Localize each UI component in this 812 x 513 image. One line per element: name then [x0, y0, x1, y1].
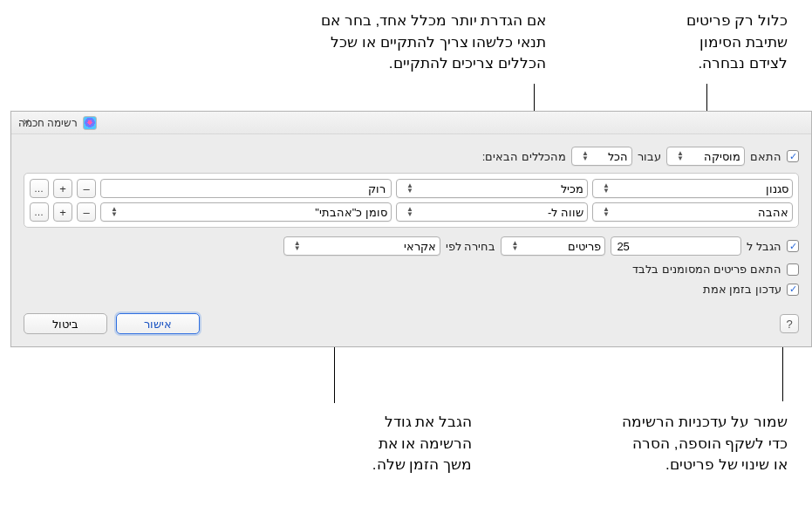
nest-rule-button[interactable]: … — [30, 202, 49, 222]
match-label: התאם — [750, 150, 781, 163]
ok-button[interactable]: אישור — [116, 313, 200, 334]
selected-by-label: בחירה לפי — [446, 240, 496, 253]
rule-operator-value: מכיל — [561, 182, 583, 195]
chevron-updown-icon: ▲▼ — [404, 183, 416, 194]
annotation-top-center: אם הגדרת יותר מכלל אחד, בחר אםתנאי כלשהו… — [232, 10, 546, 75]
nest-rule-button[interactable]: … — [30, 179, 49, 198]
chevron-updown-icon: ▲▼ — [291, 241, 304, 251]
scope-value: הכל — [608, 150, 628, 163]
limit-label: הגבל ל — [747, 240, 781, 253]
chevron-updown-icon: ▲▼ — [108, 207, 120, 217]
limit-row: הגבל ל פריטים ▲▼ בחירה לפי אקראי ▲▼ — [24, 236, 799, 256]
rule-row: סגנון ▲▼ מכיל ▲▼ – + … — [30, 179, 793, 198]
scope-select[interactable]: הכל ▲▼ — [571, 147, 632, 166]
media-type-value: מוסיקה — [704, 150, 740, 163]
rule-operator-select[interactable]: מכיל ▲▼ — [396, 179, 588, 198]
rule-operator-value: שווה ל- — [548, 206, 583, 219]
annotation-bottom-right: שמור על עדכניות הרשימהכדי לשקף הוספה, הס… — [526, 412, 788, 476]
rules-container: סגנון ▲▼ מכיל ▲▼ – + … אהבה ▲▼ ש — [24, 173, 799, 228]
chevron-updown-icon: ▲▼ — [600, 207, 612, 217]
rules-suffix-label: מהכללים הבאים: — [482, 150, 566, 163]
for-label: עבור — [638, 150, 661, 163]
limit-checkbox[interactable] — [787, 240, 799, 252]
live-update-label: עדכון בזמן אמת — [703, 283, 781, 296]
live-update-row: עדכון בזמן אמת — [24, 283, 799, 296]
remove-rule-button[interactable]: – — [77, 179, 96, 198]
cancel-button[interactable]: ביטול — [24, 313, 107, 334]
chevron-updown-icon: ▲▼ — [404, 207, 416, 217]
annotation-bottom-center: הגבל את גודלהרשימה או אתמשך הזמן שלה. — [280, 412, 472, 476]
dialog-footer: ? אישור ביטול — [11, 304, 811, 346]
match-row: התאם מוסיקה ▲▼ עבור הכל ▲▼ מהכללים הבאים… — [24, 147, 799, 166]
add-rule-button[interactable]: + — [53, 179, 72, 198]
chevron-updown-icon: ▲▼ — [600, 183, 612, 194]
app-icon — [83, 116, 97, 130]
help-button[interactable]: ? — [780, 314, 799, 333]
limit-method-select[interactable]: אקראי ▲▼ — [283, 236, 440, 256]
rule-value-input[interactable] — [100, 179, 392, 198]
rule-operator-select[interactable]: שווה ל- ▲▼ — [396, 202, 588, 222]
callout-line — [782, 345, 783, 401]
rule-field-value: סגנון — [766, 182, 788, 195]
checked-only-row: התאם פריטים המסומנים בלבד — [24, 263, 799, 276]
chevron-updown-icon: ▲▼ — [508, 241, 521, 251]
rule-row: אהבה ▲▼ שווה ל- ▲▼ סומן כ"אהבתי" ▲▼ – + … — [30, 202, 793, 222]
checked-only-checkbox[interactable] — [787, 263, 799, 276]
limit-unit-value: פריטים — [568, 240, 601, 253]
rule-field-select[interactable]: אהבה ▲▼ — [592, 202, 793, 222]
rule-field-select[interactable]: סגנון ▲▼ — [592, 179, 793, 198]
rule-value-text: סומן כ"אהבתי" — [315, 206, 387, 219]
add-rule-button[interactable]: + — [53, 202, 72, 222]
smart-playlist-window: רשימה חכמה × התאם מוסיקה ▲▼ עבור הכל ▲▼ … — [10, 111, 812, 347]
chevron-updown-icon: ▲▼ — [674, 151, 686, 161]
rule-value-select[interactable]: סומן כ"אהבתי" ▲▼ — [100, 202, 392, 222]
checked-only-label: התאם פריטים המסומנים בלבד — [632, 263, 781, 276]
chevron-updown-icon: ▲▼ — [579, 151, 591, 161]
media-type-select[interactable]: מוסיקה ▲▼ — [666, 147, 745, 166]
limit-unit-select[interactable]: פריטים ▲▼ — [501, 236, 605, 256]
close-icon[interactable]: × — [20, 116, 32, 128]
titlebar: רשימה חכמה × — [11, 112, 811, 134]
annotation-top-right: כלול רק פריטיםשתיבת הסימוןלצידם נבחרה. — [596, 10, 788, 75]
limit-count-input[interactable] — [611, 236, 741, 256]
rule-field-value: אהבה — [758, 206, 788, 219]
live-update-checkbox[interactable] — [787, 284, 799, 296]
match-checkbox[interactable] — [787, 150, 799, 162]
remove-rule-button[interactable]: – — [77, 202, 96, 222]
limit-method-value: אקראי — [404, 240, 436, 253]
